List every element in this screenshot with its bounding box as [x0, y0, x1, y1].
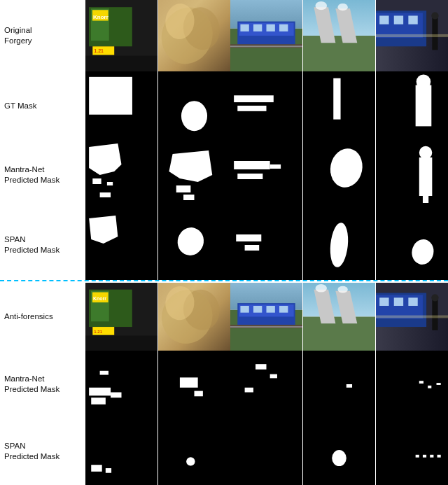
cell-gt-2 — [158, 71, 231, 140]
img-mantra1-1 — [85, 140, 158, 210]
cell-span1-4 — [303, 210, 376, 280]
cell-mantra1-5 — [375, 140, 448, 210]
cell-original-3 — [230, 0, 303, 71]
cell-span2-3 — [230, 418, 303, 485]
img-original-5 — [376, 0, 448, 71]
img-span1-3 — [230, 210, 302, 280]
row-span2: SPANPredicted Mask — [0, 418, 448, 485]
row-original: OriginalForgery — [0, 0, 448, 71]
cell-af-3 — [230, 283, 303, 351]
label-span2: SPANPredicted Mask — [0, 438, 85, 465]
cell-original-1 — [85, 0, 158, 71]
img-gt-3 — [230, 71, 302, 140]
row-antiforensics: Anti-forensics — [0, 283, 448, 351]
cell-af-2 — [158, 283, 231, 351]
img-mantra2-1 — [85, 351, 158, 418]
cell-span1-1 — [85, 210, 158, 280]
label-original: OriginalForgery — [0, 22, 85, 49]
img-gt-2 — [158, 71, 230, 140]
label-mantra1: Mantra-NetPredicted Mask — [0, 162, 85, 188]
label-antiforensics: Anti-forensics — [0, 309, 85, 325]
images-original — [85, 0, 448, 71]
row-mantra1: Mantra-NetPredicted Mask — [0, 140, 448, 210]
cell-gt-5 — [375, 71, 448, 140]
cell-span1-5 — [375, 210, 448, 280]
img-span2-4 — [303, 418, 375, 485]
cell-original-4 — [303, 0, 376, 71]
img-original-2 — [158, 0, 230, 71]
cell-span2-2 — [158, 418, 231, 485]
img-original-1 — [85, 0, 158, 71]
cell-mantra1-2 — [158, 140, 231, 210]
cell-original-2 — [158, 0, 231, 71]
cell-span2-1 — [85, 418, 158, 485]
img-gt-1 — [85, 71, 158, 140]
img-af-1 — [85, 283, 158, 351]
row-mantra2: Mantra-NetPredicted Mask — [0, 351, 448, 418]
cell-span1-3 — [230, 210, 303, 280]
images-span1 — [85, 210, 448, 280]
img-span2-3 — [230, 418, 302, 485]
img-gt-5 — [376, 71, 448, 140]
img-af-4 — [303, 283, 375, 351]
img-mantra2-3 — [230, 351, 302, 418]
cell-mantra2-1 — [85, 351, 158, 418]
cell-mantra2-5 — [375, 351, 448, 418]
cell-mantra1-3 — [230, 140, 303, 210]
img-mantra1-3 — [230, 140, 302, 210]
row-gt: GT Mask — [0, 71, 448, 140]
cell-span2-5 — [375, 418, 448, 485]
cell-af-5 — [375, 283, 448, 351]
img-mantra2-5 — [376, 351, 448, 418]
cell-mantra2-3 — [230, 351, 303, 418]
img-mantra2-4 — [303, 351, 375, 418]
cell-span2-4 — [303, 418, 376, 485]
img-original-3 — [230, 0, 302, 71]
img-span2-5 — [376, 418, 448, 485]
cell-af-4 — [303, 283, 376, 351]
images-mantra2 — [85, 351, 448, 418]
main-grid: OriginalForgery GT Mask — [0, 0, 448, 485]
label-span1: SPANPredicted Mask — [0, 232, 85, 258]
img-span2-2 — [158, 418, 230, 485]
cell-gt-1 — [85, 71, 158, 140]
img-gt-4 — [303, 71, 375, 140]
img-span2-1 — [85, 418, 158, 485]
img-mantra1-2 — [158, 140, 230, 210]
cell-gt-3 — [230, 71, 303, 140]
img-mantra2-2 — [158, 351, 230, 418]
img-af-2 — [158, 283, 230, 351]
images-mantra1 — [85, 140, 448, 210]
images-antiforensics — [85, 283, 448, 351]
cell-mantra1-1 — [85, 140, 158, 210]
images-gt — [85, 71, 448, 140]
img-span1-2 — [158, 210, 230, 280]
img-span1-5 — [376, 210, 448, 280]
label-gt: GT Mask — [0, 98, 85, 114]
cell-af-1 — [85, 283, 158, 351]
img-af-5 — [376, 283, 448, 351]
cell-span1-2 — [158, 210, 231, 280]
cell-mantra2-2 — [158, 351, 231, 418]
cell-original-5 — [375, 0, 448, 71]
cell-gt-4 — [303, 71, 376, 140]
cell-mantra1-4 — [303, 140, 376, 210]
img-original-4 — [303, 0, 375, 71]
img-span1-1 — [85, 210, 158, 280]
label-mantra2: Mantra-NetPredicted Mask — [0, 371, 85, 398]
cell-mantra2-4 — [303, 351, 376, 418]
img-span1-4 — [303, 210, 375, 280]
img-mantra1-5 — [376, 140, 448, 210]
img-af-3 — [230, 283, 302, 351]
row-span1: SPANPredicted Mask — [0, 210, 448, 280]
images-span2 — [85, 418, 448, 485]
img-mantra1-4 — [303, 140, 375, 210]
